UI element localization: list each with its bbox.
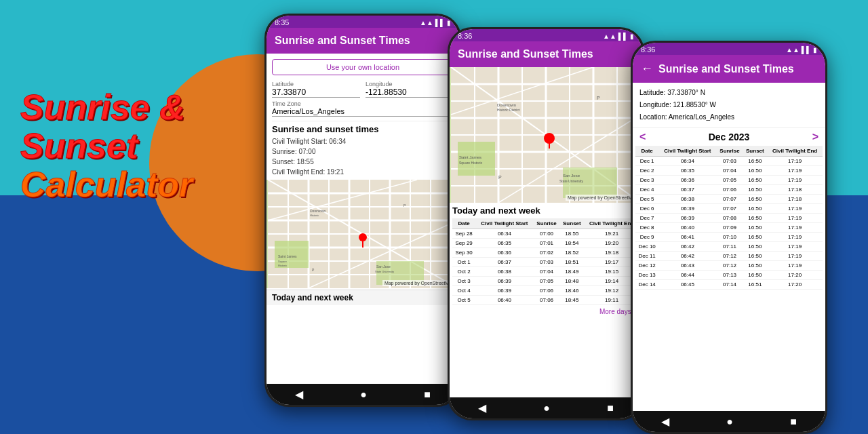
- dec-sun-times-table: Date Civil Twilight Start Sunrise Sunset…: [635, 146, 823, 290]
- next-month-btn[interactable]: >: [812, 131, 818, 143]
- signal-icon-2: ▌▌: [618, 33, 628, 40]
- table-row: Sep 2906:3507:0118:5419:20: [452, 239, 639, 248]
- phone-3-time: 8:36: [641, 45, 655, 54]
- table-row: Oct 306:3907:0518:4819:14: [452, 277, 639, 286]
- table-row: Dec 206:3507:0416:5017:19: [635, 166, 823, 176]
- table-row: Oct 206:3807:0418:4919:15: [452, 267, 639, 277]
- phone-2-status-bar: 8:36 ▲▲ ▌▌ ▮: [450, 29, 642, 41]
- col-sunset-3: Sunset: [743, 146, 767, 157]
- phone-2-content: Saint James Square Historic San Jose Sta…: [450, 67, 642, 397]
- svg-text:Saint James: Saint James: [459, 155, 481, 159]
- table-row: Dec 1206:4307:1216:5017:19: [635, 261, 823, 271]
- phone-3-screen: 8:36 ▲▲ ▌▌ ▮ ← Sunrise and Sunset Times …: [633, 43, 825, 432]
- title-line1: Sunrise &: [20, 88, 193, 127]
- svg-text:Saint James: Saint James: [278, 254, 297, 258]
- phone-2-status-icons: ▲▲ ▌▌ ▮: [603, 33, 634, 40]
- table-row: Oct 506:4007:0618:4519:11: [452, 296, 639, 305]
- longitude-info: Longitude: 121.88530° W: [639, 99, 818, 111]
- back-btn-1[interactable]: ◀: [295, 388, 303, 401]
- phone-3-status-bar: 8:36 ▲▲ ▌▌ ▮: [633, 43, 825, 55]
- phone-1-screen: 8:35 ▲▲ ▌▌ ▮ Sunrise and Sunset Times Us…: [267, 16, 459, 405]
- phone-2-nav: ◀ ● ■: [450, 397, 642, 418]
- svg-text:San Jose: San Jose: [563, 174, 580, 178]
- phone-2-app-bar: Sunrise and Sunset Times: [450, 41, 642, 67]
- phone-3-table-section: Date Civil Twilight Start Sunrise Sunset…: [633, 146, 825, 290]
- today-label: Today and next week: [267, 290, 459, 305]
- week-title: Today and next week: [452, 205, 639, 216]
- battery-icon-2: ▮: [630, 33, 634, 40]
- phone-2: 8:36 ▲▲ ▌▌ ▮ Sunrise and Sunset Times: [448, 27, 644, 420]
- svg-text:San Jose: San Jose: [376, 264, 391, 269]
- phone-3-app-title: Sunrise and Sunset Times: [658, 63, 794, 75]
- phone-1-nav: ◀ ● ■: [267, 384, 459, 405]
- timezone-label: Time Zone: [272, 100, 454, 107]
- prev-month-btn[interactable]: <: [639, 131, 646, 143]
- back-arrow-btn[interactable]: ←: [641, 62, 653, 76]
- svg-text:Historic: Historic: [310, 214, 319, 217]
- phone-2-app-title: Sunrise and Sunset Times: [458, 48, 593, 60]
- phone-1: 8:35 ▲▲ ▌▌ ▮ Sunrise and Sunset Times Us…: [264, 14, 461, 407]
- table-row: Sep 3006:3607:0218:5219:18: [452, 248, 639, 258]
- back-btn-2[interactable]: ◀: [478, 401, 486, 414]
- home-btn-3[interactable]: ●: [726, 416, 733, 428]
- wifi-icon-3: ▲▲: [786, 46, 800, 54]
- phone-1-status-bar: 8:35 ▲▲ ▌▌ ▮: [267, 16, 459, 28]
- latitude-value: 37.33870: [272, 87, 360, 97]
- longitude-field: Longitude -121.88530: [366, 81, 454, 98]
- app-title: Sunrise & Sunset Calculator: [20, 88, 193, 205]
- phone-2-map: Saint James Square Historic San Jose Sta…: [450, 67, 642, 203]
- table-row: Dec 606:3907:0716:5017:19: [635, 204, 823, 214]
- civil-twilight-end: Civil Twilight End: 19:21: [272, 167, 454, 177]
- title-line2: Sunset: [20, 127, 193, 165]
- table-row: Dec 706:3907:0816:5017:19: [635, 214, 823, 223]
- table-row: Dec 306:3607:0516:5017:19: [635, 176, 823, 185]
- use-location-btn[interactable]: Use your own location: [272, 59, 454, 75]
- more-days-link[interactable]: More days...: [452, 305, 639, 318]
- battery-icon: ▮: [447, 19, 451, 26]
- phone-1-time: 8:35: [275, 18, 289, 26]
- col-date: Date: [452, 218, 475, 229]
- latitude-info: Latitude: 37.33870° N: [639, 87, 818, 99]
- phone-3-app-bar: ← Sunrise and Sunset Times: [633, 55, 825, 83]
- phone-2-table-section: Today and next week Date Civil Twilight …: [450, 203, 642, 321]
- table-row: Dec 906:4107:1016:5017:19: [635, 233, 823, 242]
- phone-2-time: 8:36: [458, 32, 472, 40]
- table-row: Dec 106:3407:0316:5017:19: [635, 157, 823, 166]
- phone-3-nav: ◀ ● ■: [633, 411, 825, 432]
- svg-text:P: P: [597, 96, 600, 100]
- battery-icon-3: ▮: [813, 46, 817, 54]
- map-credit-2: Map powered by OpenStreetMap: [566, 195, 639, 201]
- signal-icon-3: ▌▌: [802, 46, 811, 54]
- table-row: Oct 406:3907:0618:4619:12: [452, 286, 639, 296]
- svg-text:Square Historic: Square Historic: [459, 161, 483, 165]
- phone-1-app-bar: Sunrise and Sunset Times: [267, 28, 459, 54]
- timezone-value: America/Los_Angeles ▾: [272, 107, 454, 116]
- col-sunrise-3: Sunrise: [717, 146, 743, 157]
- table-row: Dec 1306:4407:1316:5017:20: [635, 271, 823, 280]
- recent-btn-3[interactable]: ■: [790, 416, 797, 428]
- recent-btn-2[interactable]: ■: [607, 402, 614, 414]
- svg-text:Historic: Historic: [278, 264, 287, 267]
- svg-text:Historic District: Historic District: [497, 108, 520, 112]
- sun-info: Sunrise and sunset times Civil Twilight …: [272, 121, 454, 177]
- phone-1-map: Saint James Square Historic San Jose Sta…: [267, 180, 459, 288]
- table-row: Dec 1006:4207:1116:5017:19: [635, 242, 823, 252]
- home-btn-2[interactable]: ●: [543, 402, 550, 414]
- col-civil-end-3: Civil Twilight End: [767, 146, 823, 157]
- svg-text:Downtown: Downtown: [497, 103, 516, 107]
- civil-twilight-start: Civil Twilight Start: 06:34: [272, 136, 454, 146]
- phone-3-content: Latitude: 37.33870° N Longitude: 121.885…: [633, 83, 825, 411]
- table-row: Dec 806:4007:0916:5017:19: [635, 223, 823, 233]
- home-btn-1[interactable]: ●: [360, 389, 367, 401]
- svg-text:Downtown: Downtown: [310, 209, 326, 213]
- back-btn-3[interactable]: ◀: [661, 415, 669, 428]
- phone-1-status-icons: ▲▲ ▌▌ ▮: [420, 19, 451, 26]
- col-civil-start-3: Civil Twilight Start: [658, 146, 716, 157]
- longitude-value: -121.88530: [366, 87, 454, 97]
- recent-btn-1[interactable]: ■: [424, 389, 431, 401]
- col-sunset: Sunset: [559, 218, 584, 229]
- phone-1-content: Use your own location Latitude 37.33870 …: [267, 54, 459, 384]
- longitude-label: Longitude: [366, 81, 454, 87]
- p1-coords: Latitude 37.33870 Longitude -121.88530: [272, 81, 454, 98]
- sunset-time: Sunset: 18:55: [272, 157, 454, 167]
